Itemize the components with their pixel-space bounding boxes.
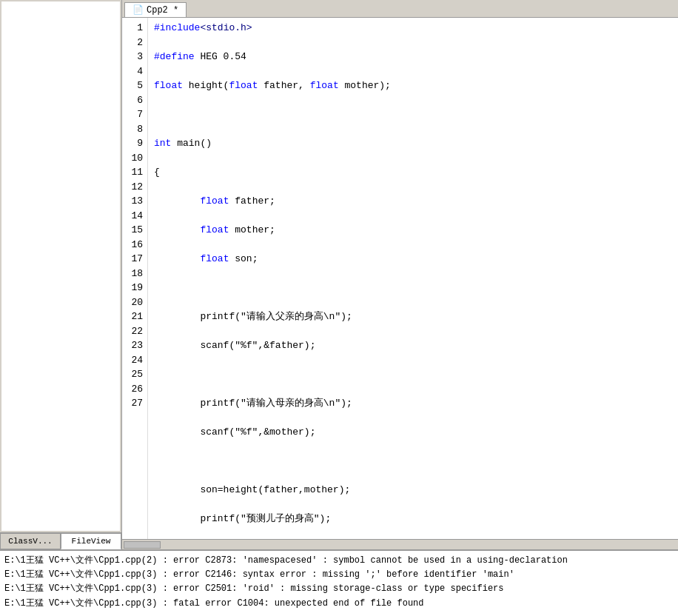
code-line-15: scanf("%f",&mother); — [154, 425, 672, 440]
sidebar-content — [1, 1, 120, 531]
file-icon: 📄 — [132, 4, 144, 16]
line-numbers: 1 2 3 4 5 6 7 8 9 10 11 12 13 14 15 16 1… — [122, 18, 148, 539]
scrollbar-thumb[interactable] — [124, 541, 161, 549]
error-line-3: E:\1王猛 VC++\文件\Cpp1.cpp(3) : error C2501… — [4, 582, 674, 596]
tab-label: Cpp2 * — [147, 5, 178, 16]
code-line-2: #define HEG 0.54 — [154, 50, 672, 64]
code-line-6: { — [154, 165, 672, 180]
code-area[interactable]: 1 2 3 4 5 6 7 8 9 10 11 12 13 14 15 16 1… — [122, 18, 678, 539]
error-line-4: E:\1王猛 VC++\文件\Cpp1.cpp(3) : fatal error… — [4, 597, 674, 611]
editor-area: 📄 Cpp2 * 1 2 3 4 5 6 7 8 9 10 11 12 13 1… — [122, 0, 678, 549]
code-line-13 — [154, 367, 672, 382]
main-area: ClassV... FileView 📄 Cpp2 * 1 2 3 4 5 6 … — [0, 0, 678, 549]
code-line-16 — [154, 454, 672, 469]
error-line-2: E:\1王猛 VC++\文件\Cpp1.cpp(3) : error C2146… — [4, 568, 674, 582]
code-line-17: son=height(father,mother); — [154, 483, 672, 498]
sidebar-tab-fileview[interactable]: FileView — [61, 533, 121, 549]
error-panel: E:\1王猛 VC++\文件\Cpp1.cpp(2) : error C2873… — [0, 549, 678, 616]
sidebar-tab-classview[interactable]: ClassV... — [0, 533, 61, 549]
code-line-12: scanf("%f",&father); — [154, 338, 672, 353]
code-line-18: printf("预测儿子的身高"); — [154, 512, 672, 526]
code-content[interactable]: #include<stdio.h> #define HEG 0.54 float… — [148, 18, 678, 539]
code-line-4 — [154, 107, 672, 122]
code-line-5: int main() — [154, 136, 672, 151]
tab-bar: 📄 Cpp2 * — [122, 0, 678, 18]
code-line-14: printf("请输入母亲的身高\n"); — [154, 396, 672, 411]
code-line-11: printf("请输入父亲的身高\n"); — [154, 309, 672, 324]
sidebar: ClassV... FileView — [0, 0, 122, 549]
code-line-1: #include<stdio.h> — [154, 21, 672, 36]
horizontal-scrollbar[interactable] — [122, 539, 678, 549]
code-line-10 — [154, 281, 672, 295]
code-line-8: float mother; — [154, 223, 672, 238]
code-line-7: float father; — [154, 194, 672, 209]
code-line-9: float son; — [154, 252, 672, 267]
code-line-3: float height(float father, float mother)… — [154, 78, 672, 93]
sidebar-tabs: ClassV... FileView — [0, 532, 121, 549]
error-line-1: E:\1王猛 VC++\文件\Cpp1.cpp(2) : error C2873… — [4, 554, 674, 568]
editor-tab[interactable]: 📄 Cpp2 * — [124, 2, 187, 17]
